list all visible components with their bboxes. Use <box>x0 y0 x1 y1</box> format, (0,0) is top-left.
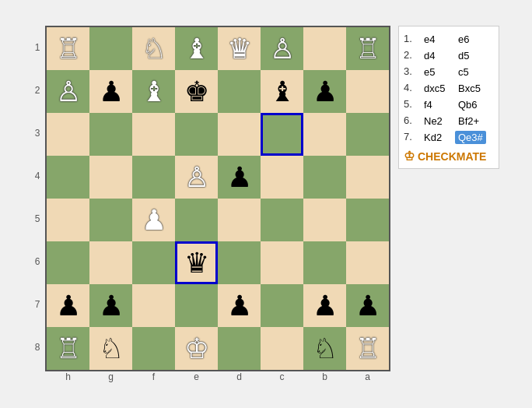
cell-e7[interactable]: ♚ <box>175 70 218 113</box>
cell-e1[interactable]: ♔ <box>175 327 218 370</box>
cell-h4[interactable] <box>47 199 89 241</box>
cell-a3[interactable] <box>346 241 389 284</box>
move-black-2[interactable]: d5 <box>455 49 486 62</box>
move-num-3: 3. <box>404 65 418 79</box>
move-black-3[interactable]: c5 <box>455 65 486 79</box>
cell-f5[interactable] <box>132 156 175 199</box>
cell-h1[interactable]: ♖ <box>47 327 89 370</box>
cell-c6[interactable] <box>261 113 303 156</box>
cell-a6[interactable] <box>346 113 389 156</box>
cell-b1[interactable]: ♘ <box>303 327 346 370</box>
board-wrapper: 1 2 3 4 5 6 7 8 ♖♘♝♛♙♖♙♟♝♚♝♟♙♟♟♛♟♟♟♟♟♖♘♔… <box>33 26 390 382</box>
piece-h2: ♟ <box>56 292 81 320</box>
cell-h6[interactable] <box>47 113 89 156</box>
cell-e8[interactable]: ♝ <box>175 27 218 70</box>
rank-7: 2 <box>33 69 42 111</box>
cell-b5[interactable] <box>303 156 346 199</box>
move-black-5[interactable]: Qb6 <box>455 98 486 111</box>
cell-c2[interactable] <box>261 284 303 327</box>
cell-g8[interactable] <box>89 27 132 70</box>
cell-g2[interactable]: ♟ <box>89 284 132 327</box>
cell-h2[interactable]: ♟ <box>47 284 89 327</box>
cell-b3[interactable] <box>303 241 346 284</box>
piece-f8: ♘ <box>142 35 166 63</box>
cell-h7[interactable]: ♙ <box>47 70 89 113</box>
piece-g7: ♟ <box>99 78 124 106</box>
cell-d7[interactable] <box>218 70 261 113</box>
file-g: g <box>89 371 132 382</box>
cell-g1[interactable]: ♘ <box>89 327 132 370</box>
move-black-6[interactable]: Bf2+ <box>455 114 486 128</box>
move-white-3[interactable]: e5 <box>421 65 452 79</box>
cell-d2[interactable]: ♟ <box>218 284 261 327</box>
cell-e4[interactable] <box>175 199 218 241</box>
cell-a7[interactable] <box>346 70 389 113</box>
cell-g3[interactable] <box>89 241 132 284</box>
cell-g4[interactable] <box>89 199 132 241</box>
cell-d3[interactable] <box>218 241 261 284</box>
chess-board[interactable]: ♖♘♝♛♙♖♙♟♝♚♝♟♙♟♟♛♟♟♟♟♟♖♘♔♘♖ <box>45 26 390 371</box>
cell-c3[interactable] <box>261 241 303 284</box>
cell-a5[interactable] <box>346 156 389 199</box>
cell-f4[interactable]: ♟ <box>132 199 175 241</box>
cell-c4[interactable] <box>261 199 303 241</box>
cell-h3[interactable] <box>47 241 89 284</box>
cell-e3[interactable]: ♛ <box>175 241 218 284</box>
cell-c5[interactable] <box>261 156 303 199</box>
cell-c8[interactable]: ♙ <box>261 27 303 70</box>
piece-h7: ♙ <box>56 78 81 106</box>
cell-b2[interactable]: ♟ <box>303 284 346 327</box>
piece-e3: ♛ <box>184 249 209 277</box>
cell-h5[interactable] <box>47 156 89 199</box>
cell-f1[interactable] <box>132 327 175 370</box>
cell-d1[interactable] <box>218 327 261 370</box>
cell-c7[interactable]: ♝ <box>261 70 303 113</box>
file-h: h <box>47 371 89 382</box>
rank-labels: 1 2 3 4 5 6 7 8 <box>33 26 42 368</box>
cell-a4[interactable] <box>346 199 389 241</box>
move-black-1[interactable]: e6 <box>455 33 486 46</box>
cell-g6[interactable] <box>89 113 132 156</box>
cell-d8[interactable]: ♛ <box>218 27 261 70</box>
piece-e7: ♚ <box>184 78 209 106</box>
cell-e6[interactable] <box>175 113 218 156</box>
cell-g7[interactable]: ♟ <box>89 70 132 113</box>
cell-f2[interactable] <box>132 284 175 327</box>
piece-a2: ♟ <box>355 292 380 320</box>
cell-h8[interactable]: ♖ <box>47 27 89 70</box>
cell-e5[interactable]: ♙ <box>175 156 218 199</box>
rank-6: 3 <box>33 111 42 154</box>
move-row-4: 4.dxc5Bxc5 <box>404 80 494 97</box>
cell-g5[interactable] <box>89 156 132 199</box>
cell-b8[interactable] <box>303 27 346 70</box>
cell-b6[interactable] <box>303 113 346 156</box>
move-black-7[interactable]: Qe3# <box>455 131 486 144</box>
cell-f3[interactable] <box>132 241 175 284</box>
cell-a2[interactable]: ♟ <box>346 284 389 327</box>
move-row-1: 1.e4e6 <box>404 31 494 47</box>
cell-a1[interactable]: ♖ <box>346 327 389 370</box>
move-white-7[interactable]: Kd2 <box>421 131 452 144</box>
move-white-2[interactable]: d4 <box>421 49 452 62</box>
cell-a8[interactable]: ♖ <box>346 27 389 70</box>
move-white-5[interactable]: f4 <box>421 98 452 111</box>
cell-f8[interactable]: ♘ <box>132 27 175 70</box>
move-black-4[interactable]: Bxc5 <box>455 82 486 95</box>
move-white-6[interactable]: Ne2 <box>421 114 452 128</box>
file-e: e <box>175 371 218 382</box>
cell-c1[interactable] <box>261 327 303 370</box>
cell-f6[interactable] <box>132 113 175 156</box>
cell-b4[interactable] <box>303 199 346 241</box>
cell-e2[interactable] <box>175 284 218 327</box>
cell-b7[interactable]: ♟ <box>303 70 346 113</box>
cell-d6[interactable] <box>218 113 261 156</box>
move-num-1: 1. <box>404 33 418 46</box>
move-num-5: 5. <box>404 98 418 111</box>
piece-e1: ♔ <box>184 335 209 363</box>
move-white-4[interactable]: dxc5 <box>421 82 452 95</box>
cell-d4[interactable] <box>218 199 261 241</box>
move-list: 1.e4e62.d4d53.e5c54.dxc5Bxc55.f4Qb66.Ne2… <box>404 31 494 146</box>
cell-d5[interactable]: ♟ <box>218 156 261 199</box>
cell-f7[interactable]: ♝ <box>132 70 175 113</box>
move-white-1[interactable]: e4 <box>421 33 452 46</box>
